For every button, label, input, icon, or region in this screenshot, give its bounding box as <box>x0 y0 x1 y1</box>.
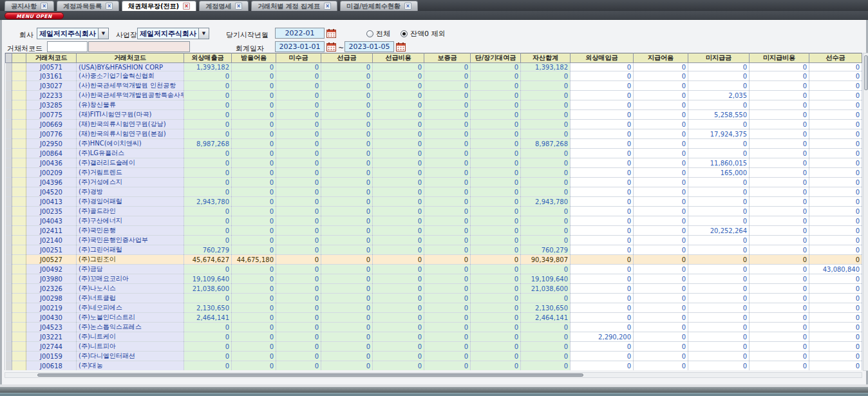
table-row[interactable]: J04043(주)구산에너지0000000000000 <box>6 216 862 226</box>
amount-cell: 0 <box>750 255 809 265</box>
table-row[interactable]: J03285(유)창신물류0000000000000 <box>6 100 862 110</box>
table-row[interactable]: J00298(주)너트클럽0000000000000 <box>6 294 862 303</box>
table-row[interactable]: J00864(주)LG유플러스0000000000000 <box>6 149 862 158</box>
amount-cell: 0 <box>184 207 232 216</box>
col-header-11[interactable]: 외상매입금 <box>571 53 634 63</box>
table-row[interactable]: J00669(재)한국의류시험연구원(강남)0000000000000 <box>6 120 862 129</box>
table-row[interactable]: J00413(주)경일어패럴2,943,7800000002,943,78000… <box>6 197 862 207</box>
vendor-code-cell: J00209 <box>26 168 77 178</box>
vertical-scrollbar[interactable] <box>863 53 868 371</box>
table-row[interactable]: J02411(주)국민은행000000000020,252,26400 <box>6 226 862 236</box>
horizontal-scrollbar-thumb[interactable] <box>37 373 583 377</box>
amount-cell: 0 <box>424 303 471 313</box>
col-header-5[interactable]: 미수금 <box>276 53 321 63</box>
calendar-icon[interactable] <box>326 28 337 38</box>
col-header-3[interactable]: 외상매출금 <box>184 53 232 63</box>
table-row[interactable]: J00436(주)갤러리드슬레이000000000011,860,01500 <box>6 158 862 168</box>
amount-cell: 0 <box>571 71 634 81</box>
table-row[interactable]: J02140(주)국민은행인증사업부0000000000000 <box>6 236 862 245</box>
table-row[interactable]: J03027(사)한국관세무역개발원 인천공항0000000000000 <box>6 81 862 91</box>
tab-close-icon[interactable]: × <box>106 3 113 10</box>
table-row[interactable]: J04396(주)거성에스지0000000000000 <box>6 178 862 187</box>
col-header-12[interactable]: 지급어음 <box>634 53 688 63</box>
calendar-icon[interactable] <box>396 42 406 52</box>
col-header-7[interactable]: 선급비용 <box>373 53 424 63</box>
vendor-code-input[interactable] <box>47 41 88 52</box>
col-header-10[interactable]: 자산합계 <box>521 53 571 63</box>
tab-2[interactable]: 계정과목등록× <box>57 1 119 11</box>
radio-all[interactable] <box>366 30 373 37</box>
col-header-9[interactable]: 단/장기대여금 <box>471 53 521 63</box>
amount-cell: 0 <box>471 129 521 139</box>
amount-cell: 0 <box>750 294 809 303</box>
period-start-input[interactable]: 2022-01 <box>275 28 325 39</box>
vendor-code-cell: J02140 <box>26 236 77 245</box>
table-row[interactable]: J02233(사)한국관세무역개발원공항특송사무소00000000002,035… <box>6 91 862 100</box>
table-row[interactable]: J03161(사)중소기업기술혁신협회0000000000000 <box>6 71 862 81</box>
tab-close-icon[interactable]: × <box>404 3 411 10</box>
col-header-15[interactable]: 선수금 <box>809 53 862 63</box>
table-row[interactable]: J00251(주)그린어패럴760,279000000760,27900000 <box>6 245 862 255</box>
table-row[interactable]: J00235(주)골드라인0000000000000 <box>6 207 862 216</box>
amount-cell: 0 <box>809 168 862 178</box>
vendor-name-input[interactable] <box>88 41 190 52</box>
amount-cell: 0 <box>232 313 276 323</box>
amount-cell: 0 <box>571 274 634 284</box>
amount-cell: 0 <box>750 149 809 158</box>
horizontal-scrollbar[interactable] <box>5 372 862 378</box>
table-row[interactable]: J00209(주)거림트렌드0000000000165,00000 <box>6 168 862 178</box>
table-row[interactable]: J00492(주)금담00000000000043,080,840 <box>6 265 862 274</box>
col-header-8[interactable]: 보증금 <box>424 53 471 63</box>
table-row[interactable]: J00159(주)다니엘인터패션0000000000000 <box>6 352 862 361</box>
radio-exclude-zero[interactable] <box>401 30 408 37</box>
table-row[interactable]: J00219(주)네오피에스2,130,6500000002,130,65000… <box>6 303 862 313</box>
tab-close-icon[interactable]: × <box>183 3 190 10</box>
vendor-name-cell: (주)골드라인 <box>77 207 184 216</box>
amount-cell: 0 <box>276 197 321 207</box>
tab-3[interactable]: 채권채무장(전표)× <box>122 1 196 11</box>
table-row[interactable]: J00775(재)FITI시험연구원(마곡)00000000005,258,55… <box>6 110 862 120</box>
amount-cell: 0 <box>424 158 471 168</box>
fiscal-date-from-input[interactable]: 2023-01-01 <box>275 41 325 52</box>
amount-cell: 0 <box>634 284 688 294</box>
tab-6[interactable]: 미결/반제회수현황× <box>340 1 418 11</box>
company-select[interactable]: 제일저지주식회사 ▼ <box>37 28 109 39</box>
amount-cell: 0 <box>571 294 634 303</box>
site-select[interactable]: 제일저지주식회사 ▼ <box>137 28 209 39</box>
amount-cell: 0 <box>184 216 232 226</box>
table-row[interactable]: J04520(주)경방0000000000000 <box>6 187 862 197</box>
vertical-scrollbar-thumb[interactable] <box>864 55 868 90</box>
calendar-icon[interactable] <box>326 42 337 52</box>
tab-1[interactable]: 공지사항× <box>5 1 54 11</box>
col-header-2[interactable]: 거래처코드 <box>77 53 184 63</box>
table-row[interactable]: J02950(주)HNC(에이치앤씨)8,987,2680000008,987,… <box>6 139 862 149</box>
table-row[interactable]: J03980(주)꼬매요코리아19,109,64000000019,109,64… <box>6 274 862 284</box>
amount-cell: 0 <box>809 352 862 361</box>
amount-cell: 0 <box>750 332 809 342</box>
col-header-1[interactable]: 거래처코드 <box>26 53 77 63</box>
tab-4[interactable]: 계정명세× <box>199 1 249 11</box>
tab-close-icon[interactable]: × <box>235 3 242 10</box>
col-header-14[interactable]: 미지급비용 <box>750 53 809 63</box>
menu-open-button[interactable]: MENU OPEN <box>5 12 64 19</box>
table-row[interactable]: J00776(재)한국의류시험연구원(본점)000000000017,924,3… <box>6 129 862 139</box>
table-row[interactable]: J02744(주)니트피아0000000000000 <box>6 342 862 352</box>
table-row[interactable]: J00571(USA)BY&HFASHION CORP1,393,1820000… <box>6 63 862 71</box>
row-marker-cell <box>12 216 26 226</box>
tab-close-icon[interactable]: × <box>41 3 48 10</box>
col-header-4[interactable]: 받을어음 <box>232 53 276 63</box>
table-row[interactable]: J04523(주)논스톱익스프레스0000000000000 <box>6 323 862 332</box>
fiscal-date-to-input[interactable]: 2023-01-05 <box>344 41 394 52</box>
chevron-down-icon[interactable]: ▼ <box>198 28 209 39</box>
table-row[interactable]: J02326(주)나노시스21,038,60000000021,038,6000… <box>6 284 862 294</box>
table-row[interactable]: J00527(주)그린조이45,674,62744,675,1800000090… <box>6 255 862 265</box>
tab-close-icon[interactable]: × <box>324 3 331 10</box>
chevron-down-icon[interactable]: ▼ <box>98 28 108 39</box>
col-header-13[interactable]: 미지급금 <box>688 53 750 63</box>
table-row[interactable]: J00618(주)대농0000000000000 <box>6 361 862 370</box>
amount-cell: 0 <box>688 342 750 352</box>
table-row[interactable]: J03221(주)니트케이000000002,290,2000000 <box>6 332 862 342</box>
tab-5[interactable]: 거래처별 계정 집계표× <box>251 1 337 11</box>
col-header-6[interactable]: 선급금 <box>321 53 373 63</box>
table-row[interactable]: J00430(주)노블인더스트리2,464,1410000002,464,141… <box>6 313 862 323</box>
